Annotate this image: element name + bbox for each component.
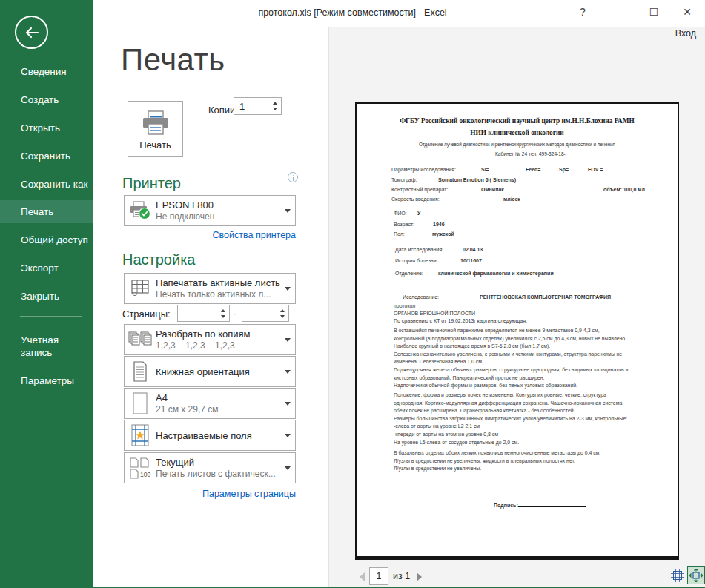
show-margins-button[interactable] (669, 566, 686, 584)
pages-from-input[interactable] (178, 305, 216, 321)
info-icon[interactable] (288, 172, 298, 182)
help-button[interactable]: ? (571, 1, 595, 22)
paper-size-dropdown[interactable]: A4 21 см x 29,7 см (124, 388, 296, 419)
printer-status-icon (125, 201, 156, 220)
doc-date-value: 02.04.13 (463, 247, 483, 252)
doc-tomograph-value: Somatom Emotion 6 ( Siemens) (438, 177, 516, 182)
copies-stepper (234, 97, 282, 115)
scaling-dropdown[interactable]: 100 Текущий Печать листов с фактическ... (124, 452, 296, 483)
scaling-icon: 100 (125, 457, 156, 479)
pages-label: Страницы: (122, 308, 171, 320)
print-preview-page: ФГБУ Российский онкологический научный ц… (355, 102, 679, 560)
previous-page-arrow[interactable] (360, 572, 365, 581)
orientation-dropdown[interactable]: Книжная ориентация (124, 356, 296, 387)
paper-size-subtitle: 21 см x 29,7 см (156, 404, 280, 414)
print-preview-pane: ФГБУ Российский онкологический научный ц… (328, 27, 705, 588)
doc-paragraph-abdomen: В оставшейся печеночной паренхиме опреде… (394, 327, 669, 390)
doc-sex-label: Пол: (394, 231, 405, 237)
chevron-down-icon (280, 338, 295, 342)
margins-title: Настраиваемые поля (156, 430, 280, 441)
zoom-to-page-button[interactable] (687, 566, 705, 584)
print-what-title: Напечатать активные листы (156, 277, 280, 288)
sidebar-item-close-file[interactable]: Закрыть (0, 285, 93, 308)
collate-dropdown[interactable]: Разобрать по копиям 1,2,3 1,2,3 1,2,3 (124, 324, 296, 355)
copies-spin-buttons[interactable] (268, 98, 281, 114)
minimize-button[interactable]: — (608, 1, 632, 22)
sidebar-item-share[interactable]: Общий доступ (0, 228, 93, 251)
doc-speed-label: Скорость введения: (391, 196, 440, 202)
next-page-arrow[interactable] (417, 572, 422, 581)
pages-from-spin-buttons[interactable] (216, 305, 229, 321)
doc-history-value: 10/11607 (460, 258, 482, 263)
sidebar-item-export[interactable]: Экспорт (0, 257, 93, 280)
spin-up-icon (273, 102, 277, 105)
pages-to-spin-buttons[interactable] (276, 305, 288, 321)
chevron-down-icon (280, 370, 295, 374)
signature-line (518, 502, 586, 507)
doc-exam-sub3: По сравнению с КТ от 19.02.2013г картина… (394, 318, 527, 323)
doc-dept-value: клинической фармакологии и химиотерапии (438, 271, 554, 276)
spin-up-icon (280, 309, 285, 312)
doc-age-label: Возраст: (394, 222, 414, 227)
doc-param-sl: Sl= (481, 167, 489, 172)
close-button[interactable]: ✕ (675, 1, 699, 22)
sidebar-item-open[interactable]: Открыть (0, 116, 93, 139)
doc-params-label: Параметры исследования: (391, 167, 456, 172)
settings-section-heading: Настройка (122, 251, 195, 268)
print-what-dropdown[interactable]: Напечатать активные листы Печать только … (124, 273, 296, 304)
doc-dept-label: Отделение: (395, 271, 423, 276)
paper-size-title: A4 (156, 392, 280, 403)
sidebar-item-save[interactable]: Сохранить (0, 145, 93, 168)
doc-org-cabinet: Кабинет № 24 тел. 499-324-18- (495, 151, 566, 156)
show-margins-icon (671, 569, 684, 582)
sidebar-item-options[interactable]: Параметры (0, 369, 93, 392)
doc-fio-value: У (417, 211, 420, 216)
scaling-subtitle: Печать листов с фактическ... (156, 469, 280, 479)
margins-dropdown[interactable]: Настраиваемые поля (124, 420, 296, 451)
printer-properties-link[interactable]: Свойства принтера (124, 230, 296, 240)
doc-paragraph-kidneys: Положение, форма и размеры почек не изме… (394, 392, 669, 446)
doc-org-name: ФГБУ Российский онкологический научный ц… (357, 117, 678, 125)
pages-to-stepper (242, 305, 289, 322)
page-setup-link[interactable]: Параметры страницы (124, 489, 296, 499)
sidebar-item-new[interactable]: Создать (0, 88, 93, 111)
backstage-sidebar: Сведения Создать Открыть Сохранить Сохра… (0, 0, 93, 588)
doc-history-label: История болезни: (395, 258, 438, 263)
window-title: протокол.xls [Режим совместимости] - Exc… (0, 7, 705, 18)
doc-contrast-volume: объем: 100,0 мл (603, 187, 645, 192)
sidebar-item-info[interactable]: Сведения (0, 60, 93, 83)
pages-to-input[interactable] (242, 305, 276, 321)
page-number-box (369, 567, 388, 585)
doc-speed-value: мл/сек (503, 196, 520, 202)
back-button[interactable] (15, 16, 48, 49)
printer-section-heading: Принтер (122, 175, 181, 192)
sidebar-item-print[interactable]: Печать (0, 200, 93, 223)
scaling-title: Текущий (156, 457, 280, 468)
collate-icon (125, 330, 156, 349)
collate-title: Разобрать по копиям (156, 328, 280, 340)
doc-fio-label: ФИО: (394, 211, 407, 216)
pages-range-dash: - (233, 308, 236, 319)
sign-in-link[interactable]: Вход (675, 28, 696, 39)
copies-input[interactable] (234, 98, 268, 114)
print-button[interactable]: Печать (128, 101, 183, 157)
doc-sex-value: мужской (432, 231, 454, 237)
chevron-down-icon (280, 402, 295, 406)
printer-name: EPSON L800 (156, 199, 280, 211)
sidebar-item-account[interactable]: Учетная запись (0, 331, 82, 361)
doc-exam-value: РЕНТГЕНОВСКАЯ КОМПЬЮТЕРНАЯ ТОМОГРАФИЯ (480, 294, 611, 300)
maximize-button[interactable]: ☐ (642, 1, 666, 22)
page-title: Печать (121, 42, 225, 78)
paper-size-icon (125, 392, 156, 414)
spin-up-icon (221, 309, 225, 312)
printer-status: Не подключен (156, 211, 280, 222)
doc-exam-sub1: протокол (394, 303, 415, 308)
custom-margins-icon (125, 424, 156, 446)
chevron-down-icon (280, 209, 295, 213)
page-count-label: из 1 (393, 571, 410, 581)
portrait-orientation-icon (125, 361, 156, 382)
orientation-title: Книжная ориентация (156, 366, 280, 377)
sidebar-item-save-as[interactable]: Сохранить как (0, 173, 93, 196)
page-number-input[interactable] (370, 568, 388, 584)
printer-select-dropdown[interactable]: EPSON L800 Не подключен (124, 195, 296, 226)
